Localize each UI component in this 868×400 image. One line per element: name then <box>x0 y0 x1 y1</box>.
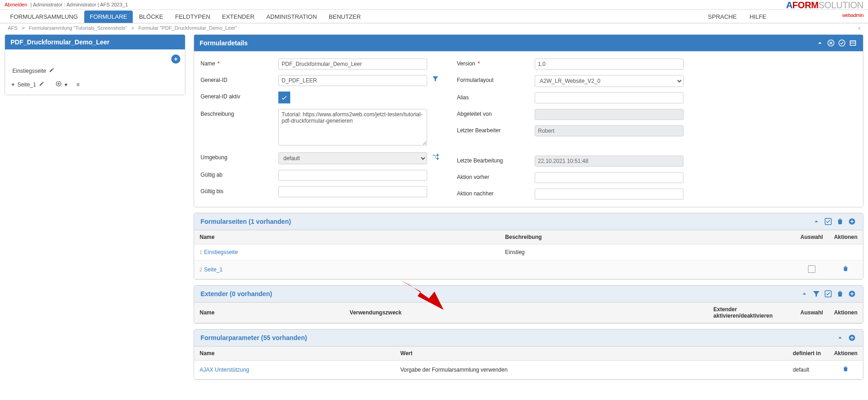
section-title: Extender (0 vorhanden) <box>201 290 800 297</box>
collapse-icon[interactable] <box>815 38 825 48</box>
svg-point-3 <box>839 40 845 46</box>
add-icon[interactable] <box>847 217 857 226</box>
row-link[interactable]: AJAX Unterstützung <box>200 367 249 373</box>
edit-icon[interactable] <box>39 81 44 88</box>
label-beschreibung: Beschreibung <box>201 109 278 117</box>
layout-select[interactable]: A2W_LR_Website_V2_0 <box>535 75 684 87</box>
table-row: AJAX Unterstützung Vorgabe der Formulars… <box>194 361 863 379</box>
add-icon[interactable] <box>847 289 857 298</box>
check-icon[interactable] <box>824 217 833 226</box>
nav-feldtypen[interactable]: FELDTYPEN <box>169 11 216 23</box>
filter-icon[interactable] <box>432 75 439 82</box>
section-extender: Extender (0 vorhanden) Name Verwendungsz… <box>194 285 863 324</box>
section-title: Formularseiten (1 vorhanden) <box>201 218 812 225</box>
logout-link[interactable]: Abmelden <box>5 2 27 7</box>
add-icon[interactable]: + <box>171 54 180 64</box>
nav-benutzer[interactable]: BENUTZER <box>323 11 366 23</box>
label-generalid-aktiv: General-ID aktiv <box>201 92 278 100</box>
generalid-input[interactable] <box>278 75 427 86</box>
collapse-icon[interactable] <box>812 217 821 226</box>
list-icon[interactable] <box>848 38 857 48</box>
add-small-icon[interactable] <box>55 81 62 88</box>
label-gueltig-bis: Gültig bis <box>201 186 278 195</box>
table-row: 2Seite_1 <box>194 260 863 279</box>
trash-icon[interactable] <box>842 266 849 274</box>
add-icon[interactable] <box>847 333 857 342</box>
nav-bloecke[interactable]: BLÖCKE <box>134 11 169 23</box>
beschreibung-input[interactable] <box>278 109 427 146</box>
bearbeitung-input <box>535 156 684 167</box>
breadcrumb-item[interactable]: AFS <box>8 25 17 31</box>
params-table: Name Wert definiert in Aktionen AJAX Unt… <box>194 346 863 379</box>
generalid-aktiv-checkbox[interactable] <box>278 92 290 103</box>
umgebung-select[interactable]: default <box>278 152 427 164</box>
aktion-nachher-input[interactable] <box>535 189 684 200</box>
chevron-down-icon[interactable]: ▾ <box>65 81 67 88</box>
check-icon[interactable] <box>824 289 833 298</box>
seiten-table: Name Beschreibung Auswahl Aktionen 1Eins… <box>194 230 863 279</box>
trash-icon[interactable] <box>835 217 845 226</box>
breadcrumb-item[interactable]: Formularsammlung "Tutorials_Screenshots" <box>29 25 127 31</box>
trash-icon[interactable] <box>835 289 845 298</box>
tree-panel: PDF_Druckformular_Demo_Leer + Einstiegss… <box>5 34 185 95</box>
name-input[interactable] <box>278 59 427 70</box>
cancel-icon[interactable] <box>826 38 835 48</box>
label-aktion-vorher: Aktion vorher <box>457 172 535 180</box>
shuffle-icon[interactable] <box>432 152 440 161</box>
nav-formularsammlung[interactable]: FORMULARSAMMLUNG <box>5 11 83 23</box>
table-row: 1Einstiegsseite Einstieg <box>194 244 863 260</box>
user-bar: Abmelden | Administrator : Administrator… <box>0 0 868 10</box>
aktion-vorher-input[interactable] <box>535 172 684 183</box>
filter-icon[interactable] <box>812 289 821 298</box>
label-generalid: General-ID <box>201 75 278 83</box>
confirm-icon[interactable] <box>837 38 846 48</box>
breadcrumb-item: Formular "PDF_Druckformular_Demo_Leer" <box>138 25 237 31</box>
tree-title: PDF_Druckformular_Demo_Leer <box>11 38 179 46</box>
label-aktion-nachher: Aktion nachher <box>457 189 535 197</box>
section-formularseiten: Formularseiten (1 vorhanden) Name Beschr… <box>194 213 863 280</box>
menu-icon[interactable]: ≡ <box>76 81 80 88</box>
label-gueltig-ab: Gültig ab <box>201 170 278 178</box>
svg-rect-4 <box>850 41 856 46</box>
details-panel: Formulardetails Name * <box>194 34 863 207</box>
nav-sprache[interactable]: SPRACHE <box>702 11 742 23</box>
nav-administration[interactable]: ADMINISTRATION <box>261 11 322 23</box>
label-bearbeitung: Letzte Bearbeitung <box>457 156 535 164</box>
tree-page[interactable]: + Seite_1 ▾ ≡ <box>11 79 179 90</box>
trash-icon[interactable] <box>842 366 849 374</box>
label-abgeleitet: Abgeleitet von <box>457 109 535 117</box>
tree-entry[interactable]: Einstiegsseite <box>11 65 179 76</box>
logo: AFORMSOLUTION webadmin <box>786 0 863 20</box>
section-title: Formularparameter (55 vorhanden) <box>201 334 835 341</box>
label-alias: Alias <box>457 92 535 101</box>
section-parameter: Formularparameter (55 vorhanden) Name We… <box>194 329 863 380</box>
abgeleitet-input <box>535 109 684 120</box>
row-link[interactable]: Seite_1 <box>204 266 223 273</box>
bearbeiter-input <box>535 125 684 136</box>
label-name: Name <box>201 60 215 67</box>
gueltig-ab-input[interactable] <box>278 170 427 181</box>
row-link[interactable]: Einstiegsseite <box>204 249 238 255</box>
label-bearbeiter: Letzter Bearbeiter <box>457 125 535 134</box>
nav-extender[interactable]: EXTENDER <box>217 11 260 23</box>
details-title: Formulardetails <box>200 39 815 47</box>
nav-hilfe[interactable]: HILFE <box>744 11 772 23</box>
label-umgebung: Umgebung <box>201 152 278 161</box>
breadcrumb: AFS > Formularsammlung "Tutorials_Screen… <box>0 23 868 32</box>
user-info: | Administrator : Administrator | AFS 20… <box>31 2 128 7</box>
version-input[interactable] <box>535 59 684 70</box>
extender-table: Name Verwendungszweck Extender aktiviere… <box>194 303 863 323</box>
edit-icon[interactable] <box>49 67 54 74</box>
label-version: Version <box>457 60 475 67</box>
label-layout: Formularlayout <box>457 75 535 83</box>
plus-icon[interactable]: + <box>11 81 15 88</box>
top-nav: FORMULARSAMMLUNG FORMULARE BLÖCKE FELDTY… <box>0 10 868 23</box>
collapse-icon[interactable] <box>835 333 845 342</box>
row-checkbox[interactable] <box>808 265 815 273</box>
gueltig-bis-input[interactable] <box>278 186 427 197</box>
close-icon[interactable]: × <box>857 25 861 32</box>
nav-formulare[interactable]: FORMULARE <box>84 11 133 23</box>
collapse-icon[interactable] <box>800 289 809 298</box>
alias-input[interactable] <box>535 92 684 103</box>
